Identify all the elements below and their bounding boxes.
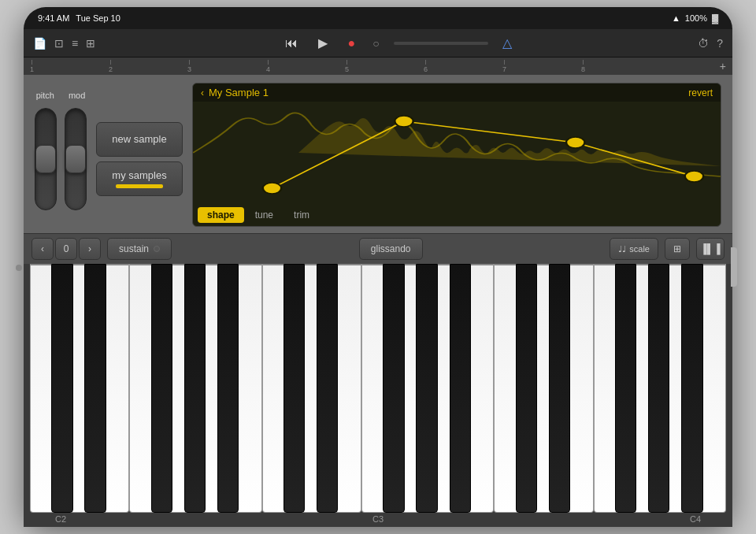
white-keys [30, 264, 726, 513]
black-key[interactable] [84, 264, 106, 513]
ruler-tick-7: 7 [502, 60, 506, 73]
center-panel: new sample my samples [96, 83, 183, 227]
loop-circle[interactable]: ○ [372, 37, 379, 50]
waveform-canvas [193, 102, 721, 204]
pitch-mod-labels: pitch mod [36, 91, 86, 100]
black-key[interactable] [284, 264, 305, 513]
pitch-thumb[interactable] [35, 145, 56, 173]
scale-icon: ♩♩ [618, 244, 626, 254]
chord-icon: ⊞ [673, 243, 681, 254]
envelope-point-2 [395, 116, 413, 127]
battery-icon: ▓ [712, 13, 718, 23]
bottom-controls: ‹ 0 › sustain glissando ♩♩ scale ⊞ ▐▌▐ [24, 233, 732, 264]
waveform-back-arrow[interactable]: ‹ [201, 87, 204, 98]
black-key[interactable] [549, 264, 570, 513]
black-key[interactable] [450, 264, 471, 513]
piano-labels: C2 C3 C4 [24, 513, 732, 527]
mod-thumb[interactable] [65, 145, 86, 173]
black-key[interactable] [648, 264, 669, 513]
sampler-area: pitch mod new sample my samples [24, 75, 732, 233]
black-key[interactable] [51, 264, 72, 513]
record-button[interactable]: ● [345, 35, 359, 52]
my-samples-bar [116, 184, 163, 188]
status-time: 9:41 AM [38, 13, 69, 23]
status-date: Tue Sep 10 [76, 13, 120, 23]
new-sample-button[interactable]: new sample [96, 122, 183, 157]
sustain-indicator [154, 246, 160, 252]
my-samples-button[interactable]: my samples [96, 161, 183, 196]
keys-icon: ▐▌▐ [700, 243, 721, 254]
toolbar: 📄 ⊡ ≡ ⊞ ⏮ ▶ ● ○ △ ⏱ ? [24, 29, 732, 57]
side-dot [16, 265, 22, 271]
status-bar: 9:41 AM Tue Sep 10 ▲ 100% ▓ [24, 7, 732, 29]
rewind-button[interactable]: ⏮ [282, 35, 301, 52]
nav-num: 0 [55, 238, 77, 260]
list-icon[interactable]: ≡ [72, 37, 78, 50]
battery-label: 100% [685, 13, 707, 23]
pitch-label: pitch [36, 91, 54, 100]
progress-bar[interactable] [394, 42, 488, 45]
waveform-header: ‹ My Sample 1 revert [193, 83, 721, 102]
nav-next-button[interactable]: › [79, 238, 101, 260]
mod-label: mod [69, 91, 85, 100]
wifi-icon: ▲ [672, 13, 680, 23]
document-icon[interactable]: 📄 [33, 37, 46, 50]
ruler-tick-1: 1 [30, 60, 34, 73]
tab-tune[interactable]: tune [246, 207, 283, 223]
black-key[interactable] [615, 264, 636, 513]
mod-slider[interactable] [65, 108, 87, 210]
ruler-tick-2: 2 [109, 60, 113, 73]
black-key[interactable] [317, 264, 338, 513]
piano-keys [24, 264, 732, 513]
envelope-point-3 [566, 137, 584, 148]
mixer-icon[interactable]: ⊞ [86, 37, 95, 50]
left-controls: pitch mod [35, 83, 87, 227]
ruler: 1 2 3 4 5 6 7 8 [30, 57, 717, 75]
waveform-title: My Sample 1 [209, 87, 269, 98]
pitch-slider[interactable] [35, 108, 57, 210]
sliders-container [35, 108, 87, 210]
label-c2: C2 [55, 514, 66, 524]
revert-button[interactable]: revert [688, 87, 713, 98]
tracks-icon[interactable]: ⊡ [54, 37, 64, 50]
black-key[interactable] [217, 264, 239, 513]
side-button [731, 247, 737, 287]
sustain-button[interactable]: sustain [107, 238, 172, 260]
nav-prev-button[interactable]: ‹ [32, 238, 54, 260]
label-c3: C3 [372, 514, 384, 524]
black-key[interactable] [681, 264, 702, 513]
waveform-title-area: ‹ My Sample 1 [201, 87, 269, 98]
label-c4: C4 [690, 514, 701, 524]
black-key[interactable] [516, 264, 537, 513]
main-content: pitch mod new sample my samples [24, 75, 732, 527]
glissando-button[interactable]: glissando [359, 238, 423, 260]
black-key[interactable] [416, 264, 437, 513]
waveform-tabs: shape tune trim [193, 204, 721, 226]
play-button[interactable]: ▶ [315, 34, 331, 52]
timeline-ruler: 1 2 3 4 5 6 7 8 + [24, 57, 732, 75]
ruler-tick-4: 4 [266, 60, 270, 73]
metronome-icon[interactable]: △ [502, 35, 512, 50]
help-icon[interactable]: ? [717, 37, 723, 50]
waveform-panel: ‹ My Sample 1 revert [192, 83, 721, 227]
clock-icon[interactable]: ⏱ [698, 37, 709, 50]
ruler-tick-5: 5 [345, 60, 349, 73]
black-key[interactable] [151, 264, 172, 513]
piano-container: C2 C3 C4 [24, 264, 732, 527]
scale-button[interactable]: ♩♩ scale [610, 238, 658, 260]
tab-trim[interactable]: trim [284, 207, 319, 223]
waveform-svg [193, 102, 721, 204]
envelope-point-1 [263, 183, 281, 194]
tab-shape[interactable]: shape [198, 207, 244, 223]
black-key[interactable] [383, 264, 404, 513]
ruler-tick-6: 6 [424, 60, 428, 73]
ruler-tick-3: 3 [187, 60, 191, 73]
ipad-frame: 9:41 AM Tue Sep 10 ▲ 100% ▓ 📄 ⊡ ≡ ⊞ ⏮ ▶ … [24, 7, 732, 527]
chord-button[interactable]: ⊞ [665, 238, 690, 260]
black-key[interactable] [184, 264, 206, 513]
add-track-button[interactable]: + [720, 60, 726, 72]
envelope-point-4 [685, 171, 703, 182]
ruler-tick-8: 8 [581, 60, 585, 73]
keyboard-mode-button[interactable]: ▐▌▐ [696, 238, 724, 260]
nav-group: ‹ 0 › [32, 238, 101, 260]
